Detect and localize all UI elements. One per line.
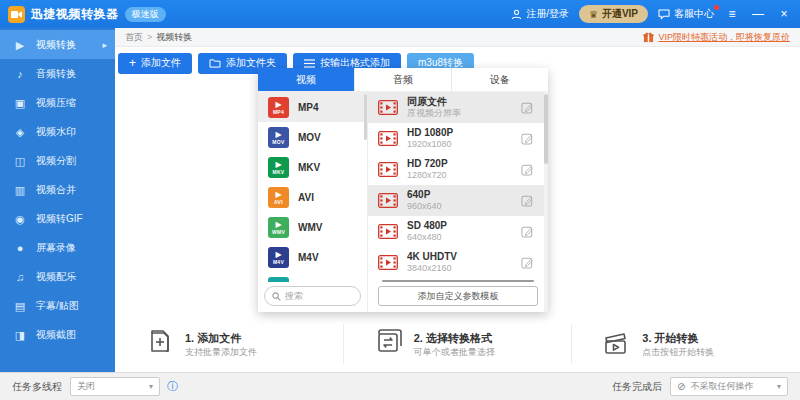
format-tab[interactable]: 音频 bbox=[355, 68, 452, 91]
sidebar-item-label: 视频转GIF bbox=[36, 212, 107, 226]
ban-icon: ⊘ bbox=[677, 381, 685, 392]
film-icon bbox=[378, 224, 398, 239]
resolution-row[interactable]: HD 720P 1280x720 bbox=[368, 154, 548, 185]
breadcrumb-home[interactable]: 首页 bbox=[125, 31, 143, 44]
edit-icon[interactable] bbox=[521, 132, 534, 145]
format-file-icon: ▶ MOV bbox=[268, 127, 289, 148]
format-list-scrollbar[interactable] bbox=[364, 94, 367, 140]
edit-icon[interactable] bbox=[521, 256, 534, 269]
crown-icon: ♛ bbox=[589, 9, 598, 20]
format-tab[interactable]: 视频 bbox=[258, 68, 355, 91]
edition-badge: 极速版 bbox=[125, 7, 166, 22]
minimize-button[interactable]: — bbox=[750, 7, 766, 21]
sidebar-item[interactable]: ♪ 音频转换 bbox=[0, 59, 115, 88]
sidebar-item-label: 视频分割 bbox=[36, 154, 107, 168]
sidebar-item[interactable]: ◉ 视频转GIF bbox=[0, 204, 115, 233]
resolution-row[interactable]: SD 480P 640x480 bbox=[368, 216, 548, 247]
format-file-icon: ▶ MP4 bbox=[268, 97, 289, 118]
format-file-icon: ▶ AVI bbox=[268, 187, 289, 208]
close-button[interactable]: × bbox=[776, 7, 792, 21]
edit-icon[interactable] bbox=[521, 194, 534, 207]
sidebar-item-label: 屏幕录像 bbox=[36, 241, 107, 255]
resolution-subtitle: 3840x2160 bbox=[407, 263, 512, 274]
step-title: 2. 选择转换格式 bbox=[414, 331, 495, 346]
edit-icon[interactable] bbox=[521, 163, 534, 176]
menu-icon[interactable]: ≡ bbox=[724, 7, 740, 21]
resolution-subtitle: 640x480 bbox=[407, 232, 512, 243]
format-row[interactable]: ▶ WMV WMV bbox=[258, 212, 367, 242]
sidebar-item-icon: ◈ bbox=[12, 125, 28, 139]
resolution-title: SD 480P bbox=[407, 220, 512, 232]
sidebar-item-icon: ● bbox=[12, 241, 28, 255]
format-tab[interactable]: 设备 bbox=[452, 68, 548, 91]
sidebar-item-icon: ▤ bbox=[12, 299, 28, 313]
format-name: AVI bbox=[298, 192, 314, 203]
sidebar-item[interactable]: ▥ 视频合并 bbox=[0, 175, 115, 204]
step-subtitle: 点击按钮开始转换 bbox=[642, 346, 714, 358]
sidebar-item-icon: ◫ bbox=[12, 154, 28, 168]
resolution-subtitle: 1280x720 bbox=[407, 170, 512, 181]
sidebar-item[interactable]: ♫ 视频配乐 bbox=[0, 262, 115, 291]
sidebar-item[interactable]: ◫ 视频分割 bbox=[0, 146, 115, 175]
chat-icon bbox=[658, 9, 670, 20]
info-icon[interactable]: ⓘ bbox=[167, 379, 178, 394]
resolution-row[interactable]: 4K UHDTV 3840x2160 bbox=[368, 247, 548, 278]
choose-format-icon bbox=[370, 328, 404, 360]
sidebar-item[interactable]: ◨ 视频截图 bbox=[0, 320, 115, 349]
edit-icon[interactable] bbox=[521, 225, 534, 238]
format-panel: 视频 音频 设备 bbox=[258, 68, 548, 312]
sidebar-item-label: 视频合并 bbox=[36, 183, 107, 197]
resolution-row[interactable]: 640P 960x640 bbox=[368, 185, 548, 216]
sidebar-item[interactable]: ◈ 视频水印 bbox=[0, 117, 115, 146]
login-link[interactable]: 注册/登录 bbox=[511, 7, 569, 21]
service-center-link[interactable]: 客服中心 bbox=[658, 7, 714, 21]
format-row[interactable]: ▶ MPG MPG bbox=[258, 272, 367, 282]
sidebar-item-label: 视频配乐 bbox=[36, 270, 107, 284]
sidebar-item-label: 视频截图 bbox=[36, 328, 107, 342]
resolution-subtitle: 原视频分辨率 bbox=[407, 108, 512, 119]
app-window: 迅捷视频转换器 极速版 注册/登录 ♛ 开通VIP 客服中心 ≡ — × bbox=[0, 0, 800, 400]
horizontal-scrollbar[interactable] bbox=[382, 280, 534, 282]
resolution-title: 4K UHDTV bbox=[407, 251, 512, 263]
resolution-title: HD 1080P bbox=[407, 127, 512, 139]
resolution-row[interactable]: 同原文件 原视频分辨率 bbox=[368, 92, 548, 123]
step-add-files: 1. 添加文件 支持批量添加文件 bbox=[115, 324, 343, 364]
thread-label: 任务多线程 bbox=[12, 380, 62, 394]
resolution-scrollbar-track[interactable] bbox=[544, 92, 548, 312]
resolution-subtitle: 1920x1080 bbox=[407, 139, 512, 150]
format-row[interactable]: ▶ MKV MKV bbox=[258, 152, 367, 182]
resolution-row[interactable]: HD 1080P 1920x1080 bbox=[368, 123, 548, 154]
search-input[interactable] bbox=[285, 291, 345, 301]
open-vip-button[interactable]: ♛ 开通VIP bbox=[579, 5, 648, 23]
format-row[interactable]: ▶ MOV MOV bbox=[258, 122, 367, 152]
format-name: MOV bbox=[298, 132, 321, 143]
format-row[interactable]: ▶ AVI AVI bbox=[258, 182, 367, 212]
format-name: MPG bbox=[298, 282, 321, 283]
steps-row: 1. 添加文件 支持批量添加文件 2. 选择转换格式 可单个或者批量选择 3. … bbox=[115, 316, 800, 372]
edit-icon[interactable] bbox=[521, 101, 534, 114]
after-task-select[interactable]: ⊘ 不采取任何操作 ▾ bbox=[670, 377, 788, 396]
sidebar-item-label: 音频转换 bbox=[36, 67, 107, 81]
resolution-scrollbar-thumb[interactable] bbox=[544, 94, 548, 164]
sidebar-item-label: 字幕/贴图 bbox=[36, 299, 107, 313]
chevron-down-icon: ▾ bbox=[149, 382, 153, 391]
sidebar-item-icon: ◨ bbox=[12, 328, 28, 342]
film-icon bbox=[378, 255, 398, 270]
main-area: 首页 > 视频转换 VIP限时特惠活动，即将恢复原价 + 添加文件 添加文件夹 bbox=[115, 28, 800, 372]
film-icon bbox=[378, 100, 398, 115]
sidebar-item[interactable]: ▶ 视频转换 ▸ bbox=[0, 30, 115, 59]
add-custom-template-button[interactable]: 添加自定义参数模板 bbox=[378, 286, 538, 306]
resolution-title: HD 720P bbox=[407, 158, 512, 170]
gift-icon bbox=[643, 32, 654, 43]
format-row[interactable]: ▶ M4V M4V bbox=[258, 242, 367, 272]
film-icon bbox=[378, 162, 398, 177]
user-icon bbox=[511, 9, 522, 20]
sidebar-item[interactable]: ▤ 字幕/贴图 bbox=[0, 291, 115, 320]
format-row[interactable]: ▶ MP4 MP4 bbox=[258, 92, 367, 122]
add-file-button[interactable]: + 添加文件 bbox=[118, 53, 192, 74]
vip-promo-link[interactable]: VIP限时特惠活动，即将恢复原价 bbox=[643, 31, 790, 44]
sidebar-item[interactable]: ▣ 视频压缩 bbox=[0, 88, 115, 117]
thread-select[interactable]: 关闭 ▾ bbox=[70, 377, 160, 396]
format-name: WMV bbox=[298, 222, 322, 233]
sidebar-item[interactable]: ● 屏幕录像 bbox=[0, 233, 115, 262]
